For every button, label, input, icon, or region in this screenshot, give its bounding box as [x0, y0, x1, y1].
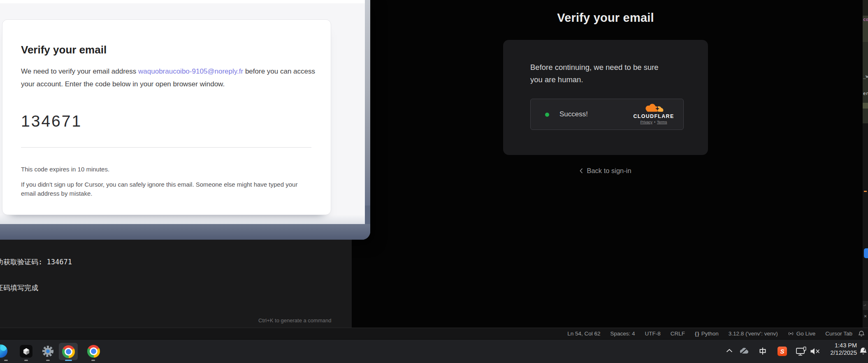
link-separator: • — [654, 120, 655, 124]
ime-indicator[interactable] — [759, 347, 766, 355]
turnstile-status: Success! — [559, 110, 588, 118]
monitor-plug-icon — [796, 347, 807, 356]
indentation-indicator[interactable]: Spaces: 4 — [605, 328, 640, 339]
cloud-offline-icon — [739, 347, 750, 355]
turnstile-legal-links: Privacy • Terms — [640, 120, 667, 124]
minimap-text-fragment: _w — [863, 74, 868, 79]
desktop-screen: Verify your email Before continuing, we … — [0, 0, 868, 363]
terminal-line: 证码填写完成 — [0, 283, 90, 293]
broadcast-icon — [788, 331, 794, 336]
onedrive-tray-icon[interactable] — [739, 347, 750, 355]
page-title: Verify your email — [503, 11, 708, 25]
minimap-text-fragment: co — [863, 17, 868, 22]
speaker-muted-icon — [810, 348, 820, 355]
cursor-position-indicator[interactable]: Ln 54, Col 62 — [562, 328, 605, 339]
human-check-card: Before continuing, we need to be sure yo… — [503, 40, 708, 155]
go-live-label: Go Live — [796, 331, 816, 337]
cloudflare-turnstile-widget[interactable]: Success! CLOU — [530, 99, 684, 130]
running-indicator — [4, 360, 8, 361]
email-address-link[interactable]: waquobraucoibo-9105@noreply.fr — [138, 67, 243, 75]
show-hidden-icons-button[interactable] — [726, 349, 733, 353]
back-to-sign-in-link[interactable]: Back to sign-in — [503, 167, 708, 175]
chrome-second-instance[interactable] — [87, 345, 100, 358]
blue-button-fragment[interactable] — [864, 248, 868, 258]
minimap-segment — [863, 42, 868, 123]
email-toolbar-edge — [0, 0, 365, 3]
enter-key-icon: ⏎ — [863, 303, 866, 308]
chevron-up-icon — [726, 349, 733, 353]
chevron-left-icon — [580, 168, 583, 173]
display-cast-tray-icon[interactable] — [796, 347, 807, 356]
bell-icon — [858, 331, 865, 337]
clock-date: 2/12/2025 — [830, 349, 857, 357]
back-link-label: Back to sign-in — [587, 167, 631, 174]
email-window-bottom-frame — [0, 224, 370, 240]
email-body-paragraph: We need to verify your email address waq… — [21, 65, 315, 90]
editor-status-bar: Ln 54, Col 62 Spaces: 4 UTF-8 CRLF { } P… — [0, 328, 868, 339]
language-mode-indicator[interactable]: { } Python — [690, 328, 724, 339]
cursor-app-icon[interactable] — [20, 345, 32, 358]
editor-minimap-strip: co _w er ⏎ × — [863, 0, 868, 328]
browser-verification-page: Verify your email Before continuing, we … — [352, 0, 863, 328]
terminal-panel[interactable]: 功获取验证码: 134671 证码填写完成 在处理 Turnstile 验证..… — [0, 240, 352, 328]
email-heading: Verify your email — [21, 44, 107, 56]
eol-indicator[interactable]: CRLF — [666, 328, 690, 339]
terminal-line — [0, 309, 90, 318]
terminal-line: 功获取验证码: 134671 — [0, 257, 90, 267]
gear-icon — [42, 345, 54, 358]
running-indicator — [46, 360, 50, 361]
terms-link[interactable]: Terms — [657, 120, 667, 124]
terminal-output: 功获取验证码: 134671 证码填写完成 在处理 Turnstile 验证..… — [0, 241, 90, 328]
running-indicator — [24, 360, 28, 361]
cloudflare-logo-icon — [643, 104, 664, 114]
email-page-background: Verify your email We need to verify your… — [0, 0, 365, 224]
language-label: Python — [701, 331, 719, 337]
close-x-fragment[interactable]: × — [864, 313, 867, 319]
minimap-segment — [863, 0, 868, 16]
ime-chinese-icon — [759, 347, 766, 355]
sogou-input-tray-icon[interactable]: S — [777, 347, 787, 356]
divider — [21, 147, 311, 148]
braces-icon: { } — [695, 331, 699, 337]
page-bottom-fade — [0, 215, 365, 224]
terminal-ctrl-k-hint: Ctrl+K to generate a command — [258, 317, 331, 324]
windows-taskbar: S 1:43 PM 2/12/2025 — [0, 339, 868, 363]
email-scrollbar[interactable] — [365, 0, 370, 206]
settings-app-icon[interactable] — [42, 345, 54, 358]
email-message-card: Verify your email We need to verify your… — [2, 19, 331, 215]
status-bar-right-group: Ln 54, Col 62 Spaces: 4 UTF-8 CRLF { } P… — [562, 328, 868, 339]
chrome-icon — [87, 345, 100, 358]
email-disclaimer: If you didn't sign up for Cursor, you ca… — [21, 180, 311, 198]
cube-icon — [22, 347, 30, 356]
sogou-letter: S — [780, 348, 784, 355]
volume-tray-icon[interactable] — [810, 348, 820, 355]
success-dot-icon — [545, 113, 549, 117]
minimap-orange-tick — [864, 191, 867, 192]
bell-z-icon — [859, 347, 868, 356]
email-client-window: Verify your email We need to verify your… — [0, 0, 370, 240]
active-running-indicator — [65, 360, 72, 361]
go-live-button[interactable]: Go Live — [783, 328, 821, 339]
chrome-active-app[interactable] — [59, 343, 78, 360]
encoding-indicator[interactable]: UTF-8 — [640, 328, 665, 339]
running-indicator — [91, 360, 95, 361]
edge-browser-icon[interactable] — [0, 345, 7, 358]
privacy-link[interactable]: Privacy — [640, 120, 652, 124]
minimap-text-fragment: er — [863, 91, 868, 96]
email-body-text: We need to verify your email address — [21, 67, 138, 75]
notification-center-button[interactable] — [859, 347, 868, 356]
taskbar-clock[interactable]: 1:43 PM 2/12/2025 — [830, 342, 857, 356]
verification-code: 134671 — [21, 112, 82, 130]
clock-time: 1:43 PM — [830, 342, 857, 349]
cursor-tab-indicator[interactable]: Cursor Tab — [820, 328, 857, 339]
notifications-bell-button[interactable] — [857, 328, 868, 339]
human-check-text: Before continuing, we need to be sure yo… — [530, 61, 670, 86]
cloudflare-branding: CLOUDFLARE Privacy • Terms — [629, 104, 678, 124]
cloudflare-wordmark: CLOUDFLARE — [633, 113, 674, 119]
python-interpreter-indicator[interactable]: 3.12.8 ('venv': venv) — [724, 328, 783, 339]
code-expiry-note: This code expires in 10 minutes. — [21, 166, 109, 173]
minimap-selection-block — [863, 103, 868, 109]
chrome-icon — [62, 345, 75, 358]
